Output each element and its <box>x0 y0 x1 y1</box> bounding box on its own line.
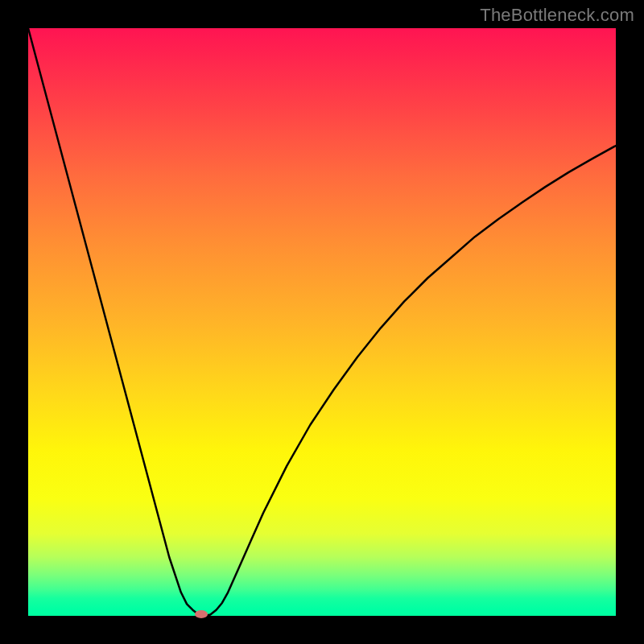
chart-frame: TheBottleneck.com <box>0 0 644 644</box>
watermark-text: TheBottleneck.com <box>480 5 634 26</box>
plot-area <box>28 28 616 616</box>
optimal-point-marker <box>195 610 208 618</box>
curve-svg <box>28 28 616 616</box>
bottleneck-curve <box>28 28 616 616</box>
